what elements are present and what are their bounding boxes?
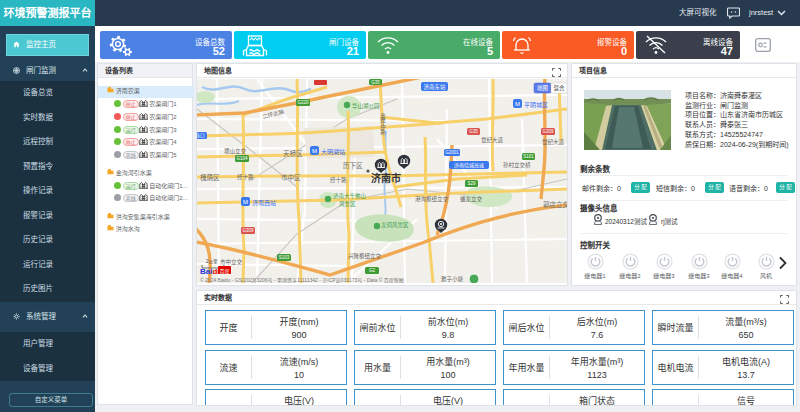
svg-text:华山湖公园: 华山湖公园 [352, 102, 380, 110]
svg-text:郭店立交: 郭店立交 [543, 200, 567, 209]
svg-text:混合: 混合 [553, 84, 565, 92]
svg-text:地图: 地图 [537, 84, 549, 92]
svg-text:© 2024 Baidu - GS(2023)3206号 -: © 2024 Baidu - GS(2023)3206号 - 甲测资字11111… [200, 277, 404, 284]
svg-text:孙村立交桥: 孙村立交桥 [503, 161, 531, 169]
svg-text:G309: G309 [542, 129, 554, 134]
svg-text:百度: 百度 [219, 268, 229, 275]
svg-text:G2: G2 [369, 268, 376, 273]
svg-text:平阴城区: 平阴城区 [524, 101, 548, 109]
svg-text:S103: S103 [279, 255, 290, 260]
svg-text:雅子小塘: 雅子小塘 [441, 275, 464, 283]
svg-text:天桥区: 天桥区 [283, 149, 303, 158]
svg-text:S101: S101 [523, 154, 534, 159]
svg-text:市中区: 市中区 [281, 173, 301, 182]
svg-text:S29: S29 [467, 181, 476, 186]
svg-text:G104: G104 [236, 156, 248, 161]
svg-text:风景区: 风景区 [339, 201, 356, 208]
svg-text:G309: G309 [242, 228, 254, 233]
svg-text:港沟枢纽立交: 港沟枢纽立交 [415, 195, 449, 203]
svg-text:M: M [312, 148, 317, 154]
svg-text:济南大千佛山: 济南大千佛山 [333, 192, 366, 200]
svg-text:G220: G220 [297, 100, 309, 105]
svg-text:历下区: 历下区 [343, 162, 363, 170]
svg-text:经十路: 经十路 [237, 173, 254, 181]
svg-text:济南东站: 济南东站 [423, 83, 446, 91]
svg-text:济南绕城高速: 济南绕城高速 [454, 162, 484, 169]
svg-text:世纪大道: 世纪大道 [481, 136, 504, 144]
svg-text:M: M [243, 199, 248, 205]
svg-text:经十路: 经十路 [330, 176, 347, 184]
svg-text:奥体中路: 奥体中路 [380, 112, 386, 137]
svg-text:济南市: 济南市 [371, 172, 401, 184]
svg-text:蟠龙立交: 蟠龙立交 [460, 195, 483, 203]
svg-text:市中立交: 市中立交 [220, 258, 243, 266]
svg-text:龙洞风景区: 龙洞风景区 [381, 221, 409, 229]
svg-text:G2001: G2001 [445, 150, 459, 155]
svg-text:兴隆枢纽立交: 兴隆枢纽立交 [348, 252, 382, 260]
svg-text:济南西站: 济南西站 [252, 199, 276, 207]
svg-text:堰山立交: 堰山立交 [224, 147, 247, 155]
svg-text:G35: G35 [371, 80, 380, 85]
svg-text:泺口: 泺口 [197, 132, 205, 139]
svg-text:G35: G35 [469, 129, 478, 134]
svg-text:世纪大道: 世纪大道 [542, 138, 565, 146]
svg-text:大明湖站: 大明湖站 [321, 148, 345, 156]
svg-text:M: M [515, 101, 520, 107]
svg-text:槐荫区: 槐荫区 [200, 173, 220, 182]
svg-text:2公里: 2公里 [206, 259, 218, 264]
